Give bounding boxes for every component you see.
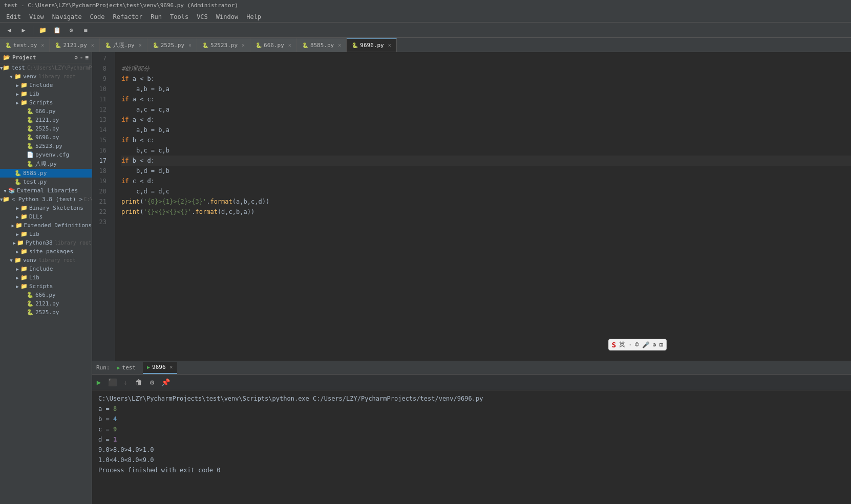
tree-item-pyvenv[interactable]: 📄 pyvenv.cfg: [0, 150, 92, 159]
folder-icon-lib3: 📁: [20, 274, 28, 281]
menu-edit[interactable]: Edit: [2, 12, 25, 21]
tree-item-include2[interactable]: ▶ 📁 Include: [0, 265, 92, 273]
tab-close-9696-py[interactable]: ×: [388, 42, 391, 48]
menu-run[interactable]: Run: [146, 12, 166, 21]
ln-21: 21: [92, 196, 111, 207]
tab-close-8585-py[interactable]: ×: [338, 42, 341, 48]
project-collapse-btn[interactable]: -: [80, 54, 83, 61]
ime-copy[interactable]: ©: [635, 341, 639, 348]
tree-item-scripts2[interactable]: ▶ 📁 Scripts: [0, 282, 92, 291]
tree-suffix-venv1: library root: [39, 74, 76, 79]
code-line-8: #处理部分: [121, 63, 851, 74]
tab-52523-py[interactable]: 🐍 52523.py ×: [197, 38, 250, 52]
tree-item-9696py[interactable]: 🐍 9696.py: [0, 133, 92, 142]
tree-item-bagua[interactable]: 🐍 八嘎.py: [0, 159, 92, 169]
menu-refactor[interactable]: Refactor: [109, 12, 147, 21]
run-button[interactable]: ▶: [92, 376, 105, 389]
project-options-btn[interactable]: ≡: [85, 54, 89, 61]
bottom-panel: Run: ▶ test ▶ 9696 × ▶ ⬛ ↓ 🗑 ⚙ 📌: [92, 361, 851, 504]
tree-label-sitepkg: site-packages: [29, 248, 73, 255]
tab-8585-py[interactable]: 🐍 8585.py ×: [297, 38, 347, 52]
pin-btn[interactable]: 📌: [159, 376, 172, 389]
console-line-a: a = 8: [98, 404, 845, 414]
more-button[interactable]: ≡: [79, 25, 92, 36]
tree-item-8585py[interactable]: 🐍 8585.py: [0, 169, 92, 178]
tree-item-666py[interactable]: 🐍 666.py: [0, 107, 92, 116]
stop-button[interactable]: ⬛: [105, 376, 119, 389]
settings-run-btn[interactable]: ⚙: [145, 376, 159, 389]
ime-mic[interactable]: 🎤: [642, 341, 650, 348]
console-line-b: b = 4: [98, 414, 845, 424]
py-icon-testpy: 🐍: [14, 179, 22, 185]
ime-settings[interactable]: ⊕: [653, 341, 656, 348]
tree-item-2121py[interactable]: 🐍 2121.py: [0, 116, 92, 124]
tree-item-666py2[interactable]: 🐍 666.py: [0, 291, 92, 299]
tab-close-666-py[interactable]: ×: [288, 42, 291, 48]
ime-english[interactable]: 英: [619, 340, 625, 349]
tree-item-scripts1[interactable]: ▶ 📁 Scripts: [0, 98, 92, 107]
ln-14: 14: [92, 125, 111, 135]
menu-vcs[interactable]: VCS: [193, 12, 212, 21]
tree-item-lib1[interactable]: ▶ 📁 Lib: [0, 90, 92, 98]
tree-item-extlibs[interactable]: ▼ 📚 External Libraries: [0, 186, 92, 195]
tab-close-bagua-py[interactable]: ×: [139, 42, 142, 48]
clear-console-btn[interactable]: 🗑: [132, 376, 145, 389]
tab-bagua-py[interactable]: 🐍 八嘎.py ×: [100, 38, 147, 52]
project-toggle[interactable]: 📁: [36, 25, 49, 36]
structure-toggle[interactable]: 📋: [51, 25, 63, 36]
ln-7: 7: [92, 53, 111, 63]
tree-item-python38root[interactable]: ▶ 📁 Python38 library root: [0, 238, 92, 247]
ime-extra[interactable]: ⊞: [659, 341, 663, 348]
code-editor[interactable]: 7 8 9 10 11 12 13 14 15 16 17 18 19 20 2…: [92, 52, 851, 361]
ln-10: 10: [92, 84, 111, 94]
tree-item-binarysk[interactable]: ▶ 📁 Binary Skeletons: [0, 204, 92, 212]
tree-item-testpy[interactable]: 🐍 test.py: [0, 178, 92, 186]
tree-item-python38[interactable]: ▼ 📁 < Python 3.8 (test) > C:\U: [0, 195, 92, 204]
menu-help[interactable]: Help: [242, 12, 265, 21]
tree-label-8585py: 8585.py: [23, 170, 47, 177]
tree-item-dlls[interactable]: ▶ 📁 DLLs: [0, 212, 92, 221]
back-button[interactable]: ◀: [3, 25, 15, 36]
console-prefix-c: c =: [98, 426, 113, 433]
forward-button[interactable]: ▶: [17, 25, 30, 36]
project-settings-btn[interactable]: ⚙: [74, 54, 78, 61]
tree-item-lib3[interactable]: ▶ 📁 Lib: [0, 273, 92, 282]
tab-9696-py[interactable]: 🐍 9696.py ×: [347, 38, 396, 52]
tree-item-lib2[interactable]: ▶ 📁 Lib: [0, 230, 92, 238]
menu-window[interactable]: Window: [212, 12, 242, 21]
tab-close-2121-py[interactable]: ×: [91, 42, 94, 48]
tree-item-2525py2[interactable]: 🐍 2525.py: [0, 308, 92, 317]
tab-test-py[interactable]: 🐍 test.py ×: [0, 38, 50, 52]
tree-item-venv2[interactable]: ▼ 📁 venv library root: [0, 256, 92, 265]
run-tab-close-9696[interactable]: ×: [170, 364, 173, 370]
menu-view[interactable]: View: [25, 12, 48, 21]
tab-2121-py[interactable]: 🐍 2121.py ×: [50, 38, 99, 52]
tab-close-test-py[interactable]: ×: [41, 42, 44, 48]
run-tab-9696[interactable]: ▶ 9696 ×: [143, 362, 177, 374]
run-tab-test[interactable]: ▶ test: [113, 362, 140, 374]
tree-item-52523py[interactable]: 🐍 52523.py: [0, 142, 92, 150]
tree-label-2525py: 2525.py: [35, 125, 59, 132]
tree-item-2121py2[interactable]: 🐍 2121.py: [0, 299, 92, 308]
console-prefix-b: b =: [98, 415, 113, 423]
menu-tools[interactable]: Tools: [166, 12, 193, 21]
tree-item-test[interactable]: ▼ 📁 test C:\Users\LZY\PycharmP: [0, 63, 92, 72]
tab-close-52523-py[interactable]: ×: [242, 42, 245, 48]
ime-dot[interactable]: ·: [628, 341, 632, 348]
settings-button[interactable]: ⚙: [65, 25, 77, 36]
tree-item-sitepkg[interactable]: ▶ 📁 site-packages: [0, 247, 92, 256]
scroll-to-end-btn[interactable]: ↓: [119, 376, 132, 389]
menu-code[interactable]: Code: [86, 12, 109, 21]
project-icon: 📂: [3, 54, 10, 61]
tree-item-2525py[interactable]: 🐍 2525.py: [0, 124, 92, 133]
tab-2525-py[interactable]: 🐍 2525.py ×: [147, 38, 197, 52]
tree-label-2121py: 2121.py: [35, 117, 59, 123]
tree-item-include1[interactable]: ▶ 📁 Include: [0, 81, 92, 90]
menu-navigate[interactable]: Navigate: [48, 12, 86, 21]
ime-toolbar[interactable]: S 英 · © 🎤 ⊕ ⊞: [608, 339, 667, 350]
tab-close-2525-py[interactable]: ×: [188, 42, 192, 48]
tab-666-py[interactable]: 🐍 666.py ×: [250, 38, 297, 52]
tree-arrow-binarysk: ▶: [14, 206, 20, 211]
tree-item-extdefs[interactable]: ▶ 📁 Extended Definitions: [0, 221, 92, 230]
tree-item-venv1[interactable]: ▼ 📁 venv library root: [0, 72, 92, 81]
